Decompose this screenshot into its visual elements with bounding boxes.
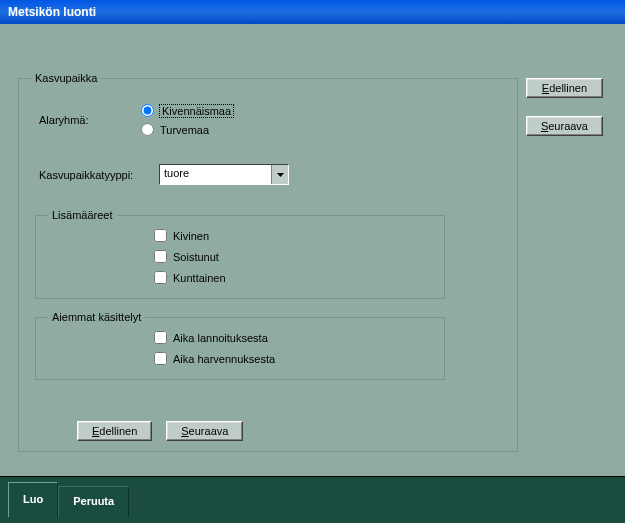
check-kivinen-label: Kivinen <box>173 230 209 242</box>
radio-kivennaismaa[interactable]: Kivennäismaa <box>141 104 233 117</box>
window-title: Metsikön luonti <box>8 5 96 19</box>
radio-turvemaa-label: Turvemaa <box>160 124 209 136</box>
prev-button-side[interactable]: Edellinen <box>526 78 603 98</box>
radio-kivennaismaa-input[interactable] <box>141 104 154 117</box>
aiemmat-legend: Aiemmat käsittelyt <box>48 311 145 323</box>
prev-button-bottom[interactable]: Edellinen <box>77 421 152 441</box>
check-kunttainen-label: Kunttainen <box>173 272 226 284</box>
check-kivinen[interactable]: Kivinen <box>154 229 432 242</box>
tab-create[interactable]: Luo <box>8 482 58 517</box>
check-soistunut-label: Soistunut <box>173 251 219 263</box>
prev-side-rest: dellinen <box>549 82 587 94</box>
kasvupaikkatyyppi-label: Kasvupaikkatyyppi: <box>39 169 159 181</box>
side-button-group: Edellinen Seuraava <box>526 78 603 136</box>
radio-turvemaa-input[interactable] <box>141 123 154 136</box>
alaryhma-radios: Kivennäismaa Turvemaa <box>141 104 233 136</box>
check-harvennus-input[interactable] <box>154 352 167 365</box>
window-titlebar: Metsikön luonti <box>0 0 625 24</box>
check-lannoitus-label: Aika lannoituksesta <box>173 332 268 344</box>
check-soistunut-input[interactable] <box>154 250 167 263</box>
check-kunttainen-input[interactable] <box>154 271 167 284</box>
check-kivinen-input[interactable] <box>154 229 167 242</box>
kasvupaikka-legend: Kasvupaikka <box>31 72 101 84</box>
kasvupaikkatyyppi-row: Kasvupaikkatyyppi: tuore <box>39 164 505 185</box>
check-kunttainen[interactable]: Kunttainen <box>154 271 432 284</box>
svg-marker-0 <box>277 173 284 177</box>
check-lannoitus[interactable]: Aika lannoituksesta <box>154 331 432 344</box>
alaryhma-row: Alaryhmä: Kivennäismaa Turvemaa <box>39 104 505 136</box>
radio-turvemaa[interactable]: Turvemaa <box>141 123 233 136</box>
next-button-side[interactable]: Seuraava <box>526 116 603 136</box>
kasvupaikkatyyppi-value: tuore <box>160 165 271 184</box>
kasvupaikkatyyppi-select[interactable]: tuore <box>159 164 289 185</box>
alaryhma-label: Alaryhmä: <box>39 114 141 126</box>
dropdown-button[interactable] <box>271 165 288 184</box>
radio-kivennaismaa-label: Kivennäismaa <box>160 105 233 117</box>
next-button-bottom[interactable]: Seuraava <box>166 421 243 441</box>
kasvupaikka-group: Kasvupaikka Alaryhmä: Kivennäismaa Turve… <box>18 72 518 452</box>
next-side-rest: euraava <box>548 120 588 132</box>
aiemmat-group: Aiemmat käsittelyt Aika lannoituksesta A… <box>35 311 445 380</box>
chevron-down-icon <box>277 173 284 177</box>
check-harvennus[interactable]: Aika harvennuksesta <box>154 352 432 365</box>
lisamaareet-legend: Lisämääreet <box>48 209 117 221</box>
check-lannoitus-input[interactable] <box>154 331 167 344</box>
check-harvennus-label: Aika harvennuksesta <box>173 353 275 365</box>
lisamaareet-group: Lisämääreet Kivinen Soistunut Kunttainen <box>35 209 445 299</box>
check-soistunut[interactable]: Soistunut <box>154 250 432 263</box>
bottom-button-group: Edellinen Seuraava <box>77 421 243 441</box>
content-area: Edellinen Seuraava Kasvupaikka Alaryhmä:… <box>0 24 625 476</box>
tab-cancel[interactable]: Peruuta <box>58 486 129 517</box>
tab-bar: Luo Peruuta <box>0 476 625 523</box>
